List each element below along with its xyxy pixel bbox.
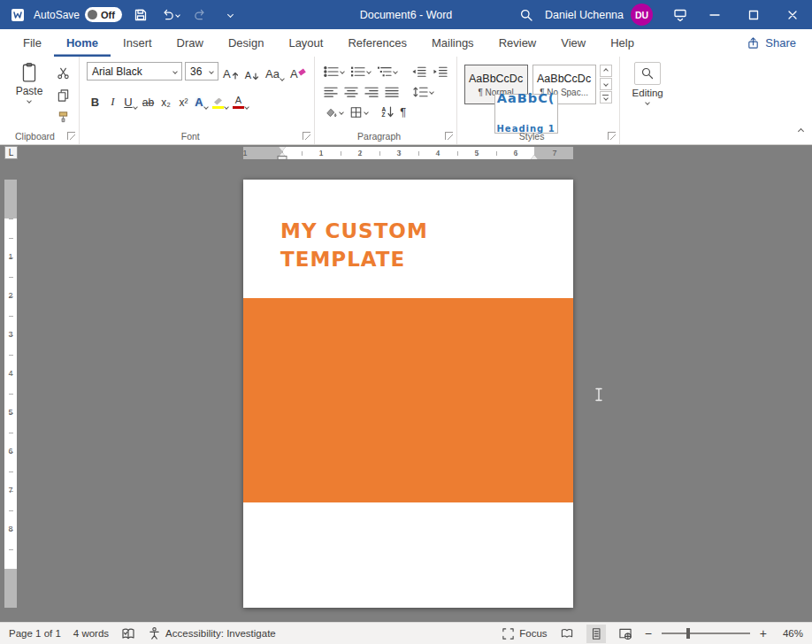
align-right-button[interactable]	[363, 83, 380, 101]
redo-button[interactable]	[189, 0, 212, 29]
line-spacing-button[interactable]	[411, 83, 435, 101]
horizontal-ruler[interactable]: 1 1 2 3 4 5 6 7	[243, 147, 573, 159]
shrink-font-button[interactable]: A	[243, 62, 261, 80]
chevron-down-icon	[203, 104, 209, 110]
left-indent-marker[interactable]	[279, 157, 287, 159]
decrease-indent-button[interactable]	[410, 63, 428, 80]
cut-button[interactable]	[54, 64, 72, 81]
focus-mode-button[interactable]: Focus	[502, 627, 547, 640]
paragraph-dialog-launcher-icon[interactable]	[445, 132, 453, 140]
style-heading-1[interactable]: AaBbC( Heading 1	[494, 94, 558, 134]
tab-draw[interactable]: Draw	[165, 29, 216, 57]
tab-home[interactable]: Home	[54, 29, 111, 57]
grow-font-button[interactable]: A	[221, 62, 241, 80]
shading-button[interactable]	[322, 104, 345, 121]
strikethrough-button[interactable]: ab	[140, 90, 157, 109]
focus-label: Focus	[519, 628, 547, 639]
zoom-level[interactable]: 46%	[777, 628, 803, 639]
tab-mailings[interactable]: Mailings	[419, 29, 486, 57]
align-left-button[interactable]	[322, 83, 340, 101]
user-avatar[interactable]: DU	[631, 4, 653, 26]
minimize-button[interactable]	[695, 0, 734, 29]
word-app-icon[interactable]	[9, 6, 27, 24]
print-layout-button[interactable]	[586, 625, 606, 643]
tab-view[interactable]: View	[548, 29, 598, 57]
zoom-in-button[interactable]: +	[760, 626, 767, 640]
tab-file[interactable]: File	[11, 29, 54, 57]
maximize-button[interactable]	[734, 0, 773, 29]
zoom-slider-thumb[interactable]	[686, 628, 690, 639]
editing-dropdown-button[interactable]: Editing	[627, 62, 669, 104]
styles-gallery-expand-button[interactable]	[600, 91, 612, 104]
tab-layout[interactable]: Layout	[276, 29, 335, 57]
styles-scroll-down-button[interactable]	[600, 78, 612, 90]
borders-button[interactable]	[348, 104, 370, 121]
zoom-out-button[interactable]: −	[645, 626, 652, 640]
clipboard-dialog-launcher-icon[interactable]	[67, 132, 75, 140]
font-color-button[interactable]: A	[231, 90, 250, 109]
orange-rectangle-shape[interactable]	[243, 298, 573, 502]
text-effects-button[interactable]: A	[193, 90, 210, 109]
sort-button[interactable]: A Z	[380, 104, 396, 121]
superscript-button[interactable]: x²	[175, 90, 192, 109]
justify-button[interactable]	[383, 83, 401, 101]
document-page[interactable]: MY CUSTOM TEMPLATE	[243, 180, 573, 608]
italic-button[interactable]: I	[104, 90, 121, 109]
tab-references[interactable]: References	[335, 29, 418, 57]
chevron-down-icon	[364, 110, 369, 115]
document-heading[interactable]: MY CUSTOM TEMPLATE	[280, 217, 428, 273]
numbering-button[interactable]	[349, 63, 372, 80]
paste-button[interactable]: Paste	[11, 62, 48, 126]
chevron-down-icon	[133, 104, 138, 110]
tab-review[interactable]: Review	[486, 29, 549, 57]
underline-button[interactable]: U	[122, 90, 139, 109]
align-center-button[interactable]	[342, 83, 360, 101]
document-canvas[interactable]: 1 2 3 4 5 6 7 8 MY CUSTOM TEMPLATE	[0, 161, 812, 622]
first-line-indent-marker[interactable]	[279, 147, 286, 151]
collapse-ribbon-button[interactable]	[799, 121, 803, 137]
close-button[interactable]	[773, 0, 812, 29]
word-count[interactable]: 4 words	[73, 628, 109, 639]
undo-button[interactable]	[159, 0, 182, 29]
customize-quick-access-button[interactable]	[219, 0, 242, 29]
save-button[interactable]	[129, 0, 152, 29]
bold-button[interactable]: B	[87, 90, 103, 109]
read-mode-button[interactable]	[557, 625, 577, 643]
find-button[interactable]	[634, 62, 661, 85]
format-painter-button[interactable]	[54, 108, 72, 126]
multilevel-list-button[interactable]	[375, 63, 399, 80]
change-case-button[interactable]: Aa	[264, 62, 286, 80]
undo-dropdown-chevron[interactable]	[176, 12, 181, 18]
tab-help[interactable]: Help	[598, 29, 647, 57]
share-button[interactable]: Share	[747, 29, 796, 57]
bullets-button[interactable]	[322, 63, 346, 80]
copy-icon	[57, 88, 70, 102]
tab-insert[interactable]: Insert	[111, 29, 165, 57]
accessibility-status-button[interactable]: Accessibility: Investigate	[148, 626, 276, 640]
chevron-down-icon	[244, 104, 249, 110]
page-indicator[interactable]: Page 1 of 1	[9, 628, 61, 639]
zoom-slider[interactable]	[662, 632, 750, 634]
show-hide-marks-button[interactable]: ¶	[398, 104, 408, 121]
tab-design[interactable]: Design	[216, 29, 276, 57]
user-name[interactable]: Daniel Uchenna	[545, 9, 624, 21]
styles-scroll-up-button[interactable]	[600, 65, 612, 77]
search-button[interactable]	[515, 0, 538, 29]
font-size-combobox[interactable]: 36	[185, 62, 218, 80]
right-indent-marker[interactable]	[531, 155, 538, 159]
font-name-combobox[interactable]: Arial Black	[87, 62, 182, 80]
autosave-toggle[interactable]: AutoSave Off	[34, 7, 122, 22]
vertical-ruler[interactable]: 1 2 3 4 5 6 7 8	[4, 161, 17, 622]
ribbon-display-options-button[interactable]	[665, 0, 695, 29]
clear-formatting-button[interactable]: A	[288, 62, 307, 80]
highlight-color-button[interactable]	[211, 90, 230, 109]
styles-dialog-launcher-icon[interactable]	[608, 132, 616, 140]
copy-button[interactable]	[54, 86, 72, 104]
increase-indent-button[interactable]	[431, 63, 449, 80]
subscript-button[interactable]: x₂	[157, 90, 174, 109]
web-layout-button[interactable]	[616, 625, 635, 643]
tab-stop-selector[interactable]: L	[4, 146, 18, 159]
font-dialog-launcher-icon[interactable]	[303, 132, 310, 140]
increase-indent-icon	[433, 65, 448, 78]
proofing-status-button[interactable]	[121, 627, 135, 640]
